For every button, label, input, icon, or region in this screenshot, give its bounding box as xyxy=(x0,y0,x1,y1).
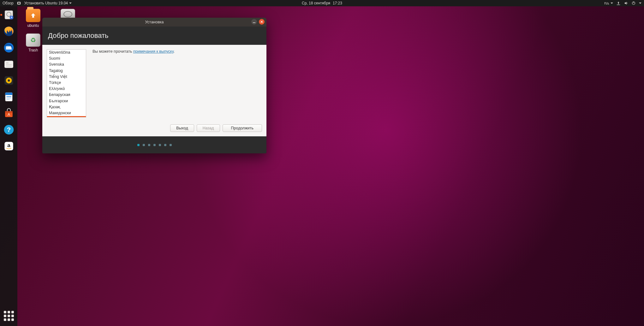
system-menu-chevron-icon[interactable] xyxy=(639,3,641,5)
language-option[interactable]: Tiếng Việt xyxy=(47,74,86,80)
folder-icon xyxy=(26,9,40,22)
svg-rect-28 xyxy=(253,22,255,23)
desktop-icon-label: Trash xyxy=(22,48,44,52)
svg-rect-20 xyxy=(6,99,9,100)
app-menu[interactable]: Установить Ubuntu 19.04 xyxy=(24,1,72,5)
dock-app-software[interactable]: A xyxy=(2,107,15,120)
installer-heading: Добро пожаловать xyxy=(48,32,261,40)
step-dot xyxy=(153,144,156,146)
dock-app-writer[interactable] xyxy=(2,90,15,104)
installer-window: Установка Добро пожаловать SlovenščinaSu… xyxy=(42,18,266,153)
language-option[interactable]: Български xyxy=(47,98,86,104)
dock-app-amazon[interactable]: a xyxy=(2,139,15,153)
svg-point-15 xyxy=(8,80,10,82)
step-dot xyxy=(170,144,172,146)
window-minimize-button[interactable] xyxy=(251,19,257,25)
language-option[interactable]: Ελληνικά xyxy=(47,86,86,92)
svg-text:a: a xyxy=(7,142,10,148)
language-option[interactable]: Svenska xyxy=(47,62,86,68)
power-icon[interactable] xyxy=(631,1,636,5)
step-dot xyxy=(137,144,140,146)
app-indicator-icon xyxy=(17,1,21,5)
dock-app-thunderbird[interactable] xyxy=(2,41,15,54)
language-option[interactable]: Tagalog xyxy=(47,68,86,74)
show-applications-button[interactable] xyxy=(3,310,15,322)
quit-button[interactable]: Выход xyxy=(170,124,194,132)
svg-text:?: ? xyxy=(7,126,10,133)
clock-time: 17:23 xyxy=(333,1,342,5)
release-notes-prefix: Вы можете прочитать xyxy=(92,49,133,54)
language-option[interactable]: Suomi xyxy=(47,56,86,62)
desktop-icon-label: ubuntu xyxy=(22,23,44,28)
step-dot xyxy=(148,144,150,146)
trash-icon xyxy=(26,33,40,47)
language-option[interactable]: Русский xyxy=(47,116,86,117)
language-list[interactable]: SlovenščinaSuomiSvenskaTagalogTiếng Việt… xyxy=(47,49,86,117)
release-notes-suffix: . xyxy=(174,49,175,54)
activities-button[interactable]: Обзор xyxy=(3,1,14,5)
volume-icon[interactable] xyxy=(624,1,628,5)
continue-button[interactable]: Продолжить xyxy=(223,124,262,132)
release-notes-text: Вы можете прочитать примечания к выпуску… xyxy=(92,49,262,117)
dock-app-rhythmbox[interactable] xyxy=(2,74,15,87)
svg-rect-3 xyxy=(633,2,634,3)
step-dot xyxy=(159,144,161,146)
svg-rect-11 xyxy=(6,64,12,65)
dock-app-files[interactable] xyxy=(2,57,15,71)
dock-app-installer[interactable] xyxy=(2,8,15,21)
svg-rect-17 xyxy=(5,92,12,95)
desktop-icon-trash[interactable]: Trash xyxy=(22,33,44,52)
language-option[interactable]: Македонски xyxy=(47,110,86,116)
language-option[interactable]: Қазақ xyxy=(47,104,86,110)
back-button[interactable]: Назад xyxy=(197,124,220,132)
step-dot xyxy=(143,144,145,146)
svg-rect-18 xyxy=(6,96,11,97)
dock: A ? a xyxy=(0,6,17,326)
installer-content: SlovenščinaSuomiSvenskaTagalogTiếng Việt… xyxy=(42,45,266,122)
language-option[interactable]: Беларуская xyxy=(47,92,86,98)
step-dot xyxy=(164,144,166,146)
window-title: Установка xyxy=(145,20,164,24)
svg-rect-19 xyxy=(6,98,11,98)
input-source-indicator[interactable]: ru₁ xyxy=(604,1,613,5)
window-titlebar[interactable]: Установка xyxy=(42,18,266,27)
clock[interactable]: Ср, 18 сентября 17:23 xyxy=(302,1,342,5)
top-bar: Обзор Установить Ubuntu 19.04 Ср, 18 сен… xyxy=(0,0,644,6)
svg-text:A: A xyxy=(8,112,10,117)
release-notes-link[interactable]: примечания к выпуску xyxy=(133,49,174,54)
network-icon[interactable] xyxy=(616,1,621,5)
svg-point-1 xyxy=(18,2,20,4)
svg-rect-12 xyxy=(6,66,12,67)
dock-app-firefox[interactable] xyxy=(2,25,15,38)
desktop-icon-ubuntu-folder[interactable]: ubuntu xyxy=(22,9,44,28)
svg-rect-10 xyxy=(6,62,9,63)
language-option[interactable]: Türkçe xyxy=(47,80,86,86)
dock-app-help[interactable]: ? xyxy=(2,123,15,136)
window-close-button[interactable] xyxy=(259,19,265,25)
installer-button-row: Выход Назад Продолжить xyxy=(42,122,266,136)
step-indicator xyxy=(42,136,266,153)
language-option[interactable]: Slovenščina xyxy=(47,50,86,56)
installer-header: Добро пожаловать xyxy=(42,27,266,45)
clock-date: Ср, 18 сентября xyxy=(302,1,330,5)
